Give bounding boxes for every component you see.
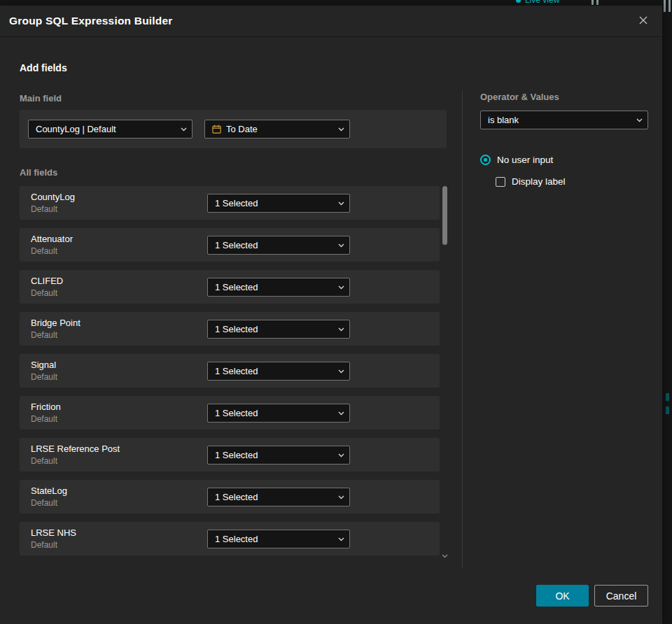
field-name: Attenuator: [31, 234, 73, 244]
group-sql-expression-builder-dialog: Group SQL Expression Builder Add fields …: [0, 6, 662, 624]
field-values-select-value: 1 Selected: [215, 324, 258, 334]
live-view-indicator: Live view: [516, 0, 559, 5]
date-field-select[interactable]: To Date: [204, 120, 350, 139]
list-scrollbar[interactable]: [442, 185, 447, 562]
dialog-header: Group SQL Expression Builder: [0, 6, 662, 37]
field-values-select[interactable]: 1 Selected: [207, 488, 350, 506]
field-subtitle: Default: [31, 498, 57, 508]
live-dot-icon: [516, 0, 521, 3]
field-row: Signal Default 1 Selected: [20, 354, 440, 388]
field-name: Friction: [31, 402, 61, 412]
field-name: LRSE NHS: [31, 527, 76, 538]
add-fields-title: Add fields: [20, 62, 67, 73]
field-values-select-value: 1 Selected: [215, 240, 258, 250]
chevron-down-icon: [338, 327, 344, 332]
field-row: Friction Default 1 Selected: [20, 396, 440, 430]
field-row: StateLog Default 1 Selected: [20, 480, 440, 513]
checkbox-label: Display label: [512, 176, 566, 187]
field-values-select[interactable]: 1 Selected: [207, 236, 350, 255]
operator-select[interactable]: is blank: [480, 111, 648, 129]
chevron-down-icon: [338, 201, 344, 206]
field-subtitle: Default: [31, 330, 57, 340]
chevron-down-icon: [338, 411, 344, 416]
operator-values-label: Operator & Values: [480, 92, 559, 102]
display-label-checkbox[interactable]: Display label: [496, 176, 566, 187]
dialog-title: Group SQL Expression Builder: [9, 15, 173, 27]
field-values-select[interactable]: 1 Selected: [207, 404, 350, 423]
field-name: LRSE Reference Post: [31, 444, 120, 454]
chevron-down-icon: [338, 285, 344, 290]
field-name: Bridge Point: [31, 318, 80, 328]
field-subtitle: Default: [31, 414, 57, 424]
field-values-select[interactable]: 1 Selected: [207, 278, 350, 297]
close-button[interactable]: [636, 13, 651, 30]
operator-select-value: is blank: [488, 115, 519, 125]
scrollbar-thumb[interactable]: [442, 186, 447, 245]
field-values-select[interactable]: 1 Selected: [207, 530, 350, 548]
chevron-down-icon: [181, 127, 187, 132]
chevron-down-icon: [636, 118, 643, 122]
column-divider: [462, 91, 463, 568]
field-row: Attenuator Default 1 Selected: [20, 228, 440, 262]
field-name: CLIFED: [31, 276, 63, 286]
cancel-button[interactable]: Cancel: [594, 585, 648, 607]
field-values-select-value: 1 Selected: [215, 534, 258, 544]
field-subtitle: Default: [31, 372, 57, 382]
field-values-select-value: 1 Selected: [215, 450, 258, 460]
background-top-strip: Live view: [0, 0, 672, 6]
date-field-select-value: To Date: [226, 124, 258, 134]
field-subtitle: Default: [31, 288, 57, 298]
chevron-down-icon: [338, 495, 344, 499]
radio-label: No user input: [497, 155, 553, 165]
chevron-down-icon: [338, 369, 344, 374]
scroll-down-icon[interactable]: [442, 554, 448, 558]
field-values-select-value: 1 Selected: [215, 282, 258, 292]
field-values-select[interactable]: 1 Selected: [207, 446, 350, 465]
chevron-down-icon: [338, 537, 344, 541]
main-field-select-value: CountyLog | Default: [36, 124, 116, 134]
no-user-input-radio[interactable]: No user input: [480, 155, 553, 165]
field-values-select[interactable]: 1 Selected: [207, 362, 350, 381]
field-name: Signal: [31, 360, 56, 370]
field-row: CLIFED Default 1 Selected: [20, 270, 440, 304]
field-name: CountyLog: [31, 192, 75, 202]
field-values-select[interactable]: 1 Selected: [207, 194, 350, 213]
field-values-select[interactable]: 1 Selected: [207, 320, 350, 339]
field-subtitle: Default: [31, 246, 57, 256]
field-name: StateLog: [31, 485, 67, 496]
field-values-select-value: 1 Selected: [215, 366, 258, 376]
field-subtitle: Default: [31, 540, 57, 550]
field-row: CountyLog Default 1 Selected: [20, 186, 440, 220]
field-subtitle: Default: [31, 204, 57, 214]
background-fragment: [666, 406, 669, 414]
radio-selected-icon: [480, 155, 491, 165]
field-row: LRSE NHS Default 1 Selected: [20, 522, 440, 555]
chevron-down-icon: [338, 453, 344, 458]
chevron-down-icon: [338, 127, 344, 132]
field-subtitle: Default: [31, 456, 57, 466]
background-fragment: [666, 393, 669, 401]
field-values-select-value: 1 Selected: [215, 198, 258, 208]
chevron-down-icon: [338, 243, 344, 248]
field-row: LRSE Reference Post Default 1 Selected: [20, 438, 440, 471]
live-view-label: Live view: [525, 0, 559, 5]
checkbox-unchecked-icon: [496, 177, 505, 187]
field-values-select-value: 1 Selected: [215, 492, 258, 502]
pause-icon: [592, 0, 598, 5]
field-row: Bridge Point Default 1 Selected: [20, 312, 440, 346]
field-values-select-value: 1 Selected: [215, 408, 258, 418]
main-field-select[interactable]: CountyLog | Default: [28, 120, 192, 139]
main-field-panel: CountyLog | Default To Date: [20, 110, 447, 148]
calendar-icon: [212, 125, 221, 134]
main-field-label: Main field: [20, 93, 62, 104]
all-fields-label: All fields: [20, 167, 57, 178]
ok-button[interactable]: OK: [536, 585, 589, 607]
panel-toggle-icon: [664, 0, 671, 12]
close-icon: [638, 15, 648, 27]
